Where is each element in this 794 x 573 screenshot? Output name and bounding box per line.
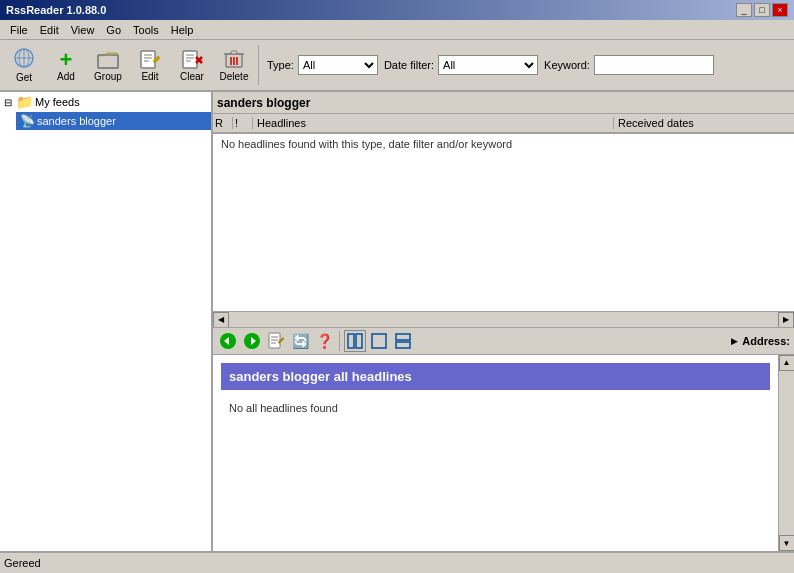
browser-layout3-button[interactable]: [392, 330, 414, 352]
address-section: ▶ Address:: [731, 335, 790, 347]
delete-label: Delete: [220, 71, 249, 82]
headlines-empty: No headlines found with this type, date …: [213, 134, 794, 311]
tree-expand-icon[interactable]: ⊟: [4, 97, 12, 108]
col-excl-header: !: [233, 117, 253, 129]
layout1-icon: [347, 333, 363, 349]
feed-title: sanders blogger: [217, 96, 310, 110]
menu-bar: File Edit View Go Tools Help: [0, 20, 794, 40]
tree-root[interactable]: ⊟ 📁 My feeds: [0, 92, 211, 112]
browser-refresh-button[interactable]: 🔄: [289, 330, 311, 352]
keyword-input[interactable]: [594, 55, 714, 75]
scroll-down-button[interactable]: ▼: [779, 535, 795, 551]
type-select[interactable]: All Read Unread: [298, 55, 378, 75]
svg-rect-18: [231, 51, 237, 54]
type-label: Type:: [267, 59, 294, 71]
tree-root-label: My feeds: [35, 96, 80, 108]
browser-forward-button[interactable]: [241, 330, 263, 352]
scroll-up-button[interactable]: ▲: [779, 355, 795, 371]
get-icon: [13, 47, 35, 72]
menu-help[interactable]: Help: [165, 23, 200, 37]
edit-label: Edit: [141, 71, 158, 82]
add-button[interactable]: + Add: [46, 42, 86, 88]
svg-rect-10: [183, 51, 197, 68]
status-text: Gereed: [4, 557, 41, 569]
menu-go[interactable]: Go: [100, 23, 127, 37]
page-icon: [268, 332, 284, 350]
stop-icon: ❓: [316, 333, 333, 349]
add-label: Add: [57, 71, 75, 82]
scroll-right-button[interactable]: ▶: [778, 312, 794, 328]
clear-button[interactable]: Clear: [172, 42, 212, 88]
type-filter-group: Type: All Read Unread: [267, 55, 378, 75]
browser-layout2-button[interactable]: [368, 330, 390, 352]
tree-item-label: sanders blogger: [37, 115, 116, 127]
svg-rect-33: [396, 334, 410, 340]
layout2-icon: [371, 333, 387, 349]
content-title: sanders blogger all headlines: [221, 363, 770, 390]
group-label: Group: [94, 71, 122, 82]
window-controls[interactable]: _ □ ×: [736, 3, 788, 17]
group-button[interactable]: Group: [88, 42, 128, 88]
maximize-button[interactable]: □: [754, 3, 770, 17]
tree-children: 📡 sanders blogger: [0, 112, 211, 130]
browser-toolbar: 🔄 ❓: [213, 327, 794, 355]
headlines-empty-text: No headlines found with this type, date …: [221, 138, 512, 150]
h-scroll-track[interactable]: [229, 312, 778, 327]
clear-icon: [181, 49, 203, 71]
menu-edit[interactable]: Edit: [34, 23, 65, 37]
forward-icon: [243, 332, 261, 350]
content-empty-text: No all headlines found: [229, 402, 338, 414]
table-header: R ! Headlines Received dates: [213, 114, 794, 134]
clear-label: Clear: [180, 71, 204, 82]
browser-toolbar-sep: [339, 331, 340, 351]
date-filter-group: Date filter: All Today This week: [384, 55, 538, 75]
keyword-label: Keyword:: [544, 59, 590, 71]
feed-icon: 📡: [20, 114, 35, 128]
v-scroll-track[interactable]: [780, 371, 794, 536]
back-icon: [219, 332, 237, 350]
title-bar: RssReader 1.0.88.0 _ □ ×: [0, 0, 794, 20]
address-label: Address:: [742, 335, 790, 347]
svg-rect-6: [141, 51, 155, 68]
minimize-button[interactable]: _: [736, 3, 752, 17]
tree-item-sanders-blogger[interactable]: 📡 sanders blogger: [16, 112, 211, 130]
h-scrollbar[interactable]: ◀ ▶: [213, 311, 794, 327]
right-panel: sanders blogger R ! Headlines Received d…: [213, 92, 794, 551]
edit-icon: [139, 49, 161, 71]
feed-header: sanders blogger: [213, 92, 794, 114]
browser-back-button[interactable]: [217, 330, 239, 352]
close-button[interactable]: ×: [772, 3, 788, 17]
col-headlines-header: Headlines: [253, 117, 614, 129]
headlines-area: R ! Headlines Received dates No headline…: [213, 114, 794, 311]
browser-stop-button[interactable]: ❓: [313, 330, 335, 352]
svg-rect-31: [356, 334, 362, 348]
content-empty: No all headlines found: [213, 398, 778, 418]
group-icon: [97, 49, 119, 71]
right-scrollbar[interactable]: ▲ ▼: [778, 355, 794, 552]
delete-icon: [223, 49, 245, 71]
layout3-icon: [395, 333, 411, 349]
menu-file[interactable]: File: [4, 23, 34, 37]
get-label: Get: [16, 72, 32, 83]
svg-rect-30: [348, 334, 354, 348]
add-icon: +: [60, 49, 73, 71]
status-bar: Gereed: [0, 551, 794, 573]
toolbar-separator: [258, 45, 259, 85]
refresh-icon: 🔄: [292, 333, 309, 349]
main-layout: ⊟ 📁 My feeds 📡 sanders blogger sanders b…: [0, 92, 794, 551]
content-area: sanders blogger all headlines No all hea…: [213, 355, 778, 552]
folder-icon: 📁: [16, 94, 33, 110]
svg-rect-34: [396, 342, 410, 348]
date-filter-select[interactable]: All Today This week: [438, 55, 538, 75]
content-section: sanders blogger all headlines No all hea…: [213, 355, 794, 552]
get-button[interactable]: Get: [4, 42, 44, 88]
browser-layout1-button[interactable]: [344, 330, 366, 352]
edit-button[interactable]: Edit: [130, 42, 170, 88]
browser-page-button[interactable]: [265, 330, 287, 352]
svg-rect-4: [98, 55, 118, 68]
menu-tools[interactable]: Tools: [127, 23, 165, 37]
left-panel: ⊟ 📁 My feeds 📡 sanders blogger: [0, 92, 213, 551]
delete-button[interactable]: Delete: [214, 42, 254, 88]
scroll-left-button[interactable]: ◀: [213, 312, 229, 328]
menu-view[interactable]: View: [65, 23, 101, 37]
